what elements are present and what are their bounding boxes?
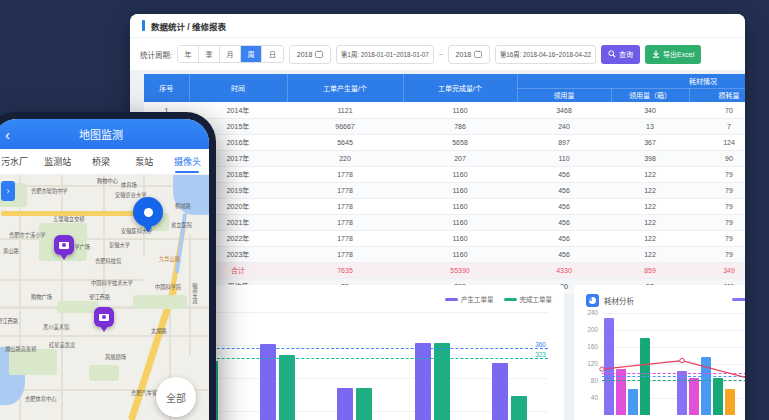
calendar-icon [474, 50, 482, 58]
trend-line [602, 311, 745, 415]
cell: 1778 [287, 230, 403, 246]
bar [434, 343, 450, 420]
bar [356, 388, 372, 420]
phone-page-title: 地图监测 [79, 126, 123, 142]
table-row: 12014年11211160346834070250 [144, 102, 745, 118]
cell: 1160 [403, 182, 517, 198]
map-label: 购物中心 [97, 177, 118, 185]
cell: 96667 [287, 118, 403, 134]
map-label: 湖山路高架桥 [5, 345, 36, 353]
cell: 897 [517, 134, 611, 150]
chart-cards: 产生工单量完成工单量 360323 耗材分析 2402001601208040 [130, 285, 745, 420]
map-label: 中国科学院 [155, 283, 181, 291]
cell: 79 [689, 230, 745, 246]
cell: 1778 [287, 214, 403, 230]
breadcrumb-accent [142, 20, 145, 31]
cell: 79 [689, 198, 745, 214]
cell: 55390 [403, 262, 517, 278]
tab-监测站[interactable]: 监测站 [36, 149, 79, 174]
selected-camera-pin[interactable] [133, 197, 163, 227]
camera-icon [59, 242, 69, 249]
report-table-wrap: 序号 时间 工单产生量/个 工单完成量/个 耗材情况 领用量领用量（箱）损耗量库… [144, 74, 745, 295]
reference-label: 323 [535, 351, 546, 358]
pie-glyph [589, 297, 596, 304]
bar-group [260, 344, 295, 420]
cell: 70 [689, 102, 745, 118]
tab-桥梁[interactable]: 桥梁 [79, 149, 122, 174]
map-label: 桐城路 [175, 202, 191, 210]
map-view[interactable]: 购物中心合肥市琥珀中学体育场安徽农业大学省立医院桐城路五里墩立交桥合肥市宁溪小学… [0, 175, 209, 420]
panel-expander-button[interactable]: › [1, 181, 15, 201]
reference-line: 360 [162, 348, 548, 349]
table-row: 72020年177811604561227967 [144, 198, 745, 214]
query-button[interactable]: 查询 [601, 45, 640, 64]
map-label: 合肥体育中心 [25, 395, 56, 403]
week-range-start-input[interactable]: 第1周: 2018-01-01~2018-01-07 [336, 45, 434, 64]
cell: 79 [689, 246, 745, 262]
workorder-chart-legend: 产生工单量完成工单量 [445, 294, 552, 304]
map-label: 购物广场 [31, 293, 52, 301]
bar [260, 344, 276, 420]
bar [337, 388, 353, 420]
reference-label: 360 [535, 341, 546, 348]
table-row: 92022年177811604561227967 [144, 230, 745, 246]
year-start-value: 2018 [297, 51, 313, 58]
y-tick: 200 [576, 326, 598, 334]
map-label: 合肥市宁溪小学 [9, 231, 46, 239]
period-option-日[interactable]: 日 [262, 46, 283, 62]
period-option-年[interactable]: 年 [178, 46, 199, 62]
table-row: 52018年177811604561227967 [144, 166, 745, 182]
cell: 859 [611, 262, 689, 278]
cell: 1160 [403, 166, 517, 182]
week-range-end-input[interactable]: 第16周: 2018-04-16~2018-04-22 [495, 45, 596, 64]
consumable-chart-title: 耗材分析 [604, 295, 634, 306]
legend-swatch [504, 298, 517, 301]
camera-pin[interactable] [54, 235, 74, 255]
year-start-select[interactable]: 2018 [289, 45, 331, 64]
filter-bar: 统计周期: 年季月周日 2018 第1周: 2018-01-01~2018-01… [130, 38, 745, 70]
total-row: 合计7635553904330859349332 [144, 262, 745, 278]
year-end-select[interactable]: 2018 [448, 45, 490, 64]
cell: 110 [517, 150, 611, 166]
show-all-button[interactable]: 全部 [156, 377, 196, 417]
tab-污水厂[interactable]: 污水厂 [0, 149, 36, 174]
pin-center-dot [144, 208, 153, 217]
phone-tab-bar: 污水厂监测站桥梁泵站摄像头 [0, 149, 209, 175]
consumable-legend-dash [732, 298, 745, 301]
back-icon[interactable]: ‹ [5, 127, 10, 142]
cell: 349 [689, 262, 745, 278]
breadcrumb-bar: 数据统计 / 维修报表 [130, 14, 745, 38]
camera-pin[interactable] [94, 307, 114, 327]
cell: 122 [611, 166, 689, 182]
cell: 122 [611, 198, 689, 214]
query-button-label: 查询 [619, 49, 633, 59]
tab-摄像头[interactable]: 摄像头 [166, 149, 209, 174]
map-label: 五里墩立交桥 [53, 215, 84, 223]
map-road [0, 335, 209, 337]
map-label: 太湖路 [151, 327, 167, 335]
period-option-周[interactable]: 周 [241, 46, 262, 62]
right-chart-plot [602, 311, 745, 415]
export-excel-button[interactable]: 导出Excel [645, 45, 701, 64]
cell: 367 [611, 134, 689, 150]
bar [511, 396, 527, 420]
cell: 456 [517, 214, 611, 230]
cell: 124 [689, 134, 745, 150]
period-option-季[interactable]: 季 [199, 46, 220, 62]
legend-label: 完成工单量 [520, 294, 553, 304]
cell: 122 [611, 182, 689, 198]
cell: 240 [517, 118, 611, 134]
cell: 1778 [287, 246, 403, 262]
cell: 456 [517, 182, 611, 198]
bar-group [337, 388, 372, 420]
sub-header-2: 损耗量 [689, 88, 745, 102]
breadcrumb: 数据统计 / 维修报表 [151, 20, 226, 32]
cell: 456 [517, 246, 611, 262]
y-tick: 40 [576, 394, 598, 402]
cell: 1778 [287, 198, 403, 214]
cell: 1160 [403, 246, 517, 262]
table-row: 32016年56455658897367124129 [144, 134, 745, 150]
period-option-月[interactable]: 月 [220, 46, 241, 62]
y-tick: 120 [576, 360, 598, 368]
tab-泵站[interactable]: 泵站 [123, 149, 166, 174]
